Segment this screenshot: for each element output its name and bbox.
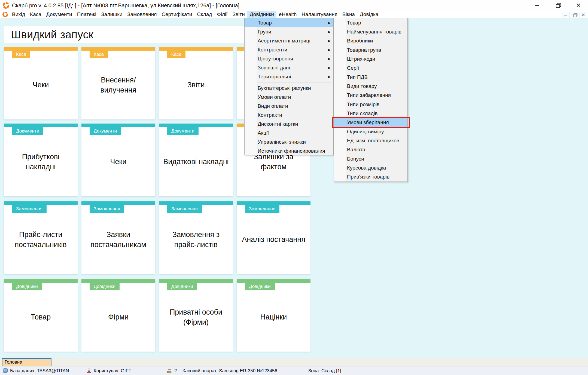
status-segment: База даних: TASA3@TITAN xyxy=(3,367,69,375)
submenu-item-найменування-товарів[interactable]: Найменування товарів xyxy=(334,27,407,36)
status-text: Користувач: GIFT xyxy=(94,368,131,374)
submenu-item-курсова-довідка[interactable]: Курсова довідка xyxy=(334,163,407,172)
launch-tile[interactable]: ДовідникиПриватні особи (Фірми) xyxy=(159,279,233,352)
launch-tile[interactable]: КасаВнесення/вилучення xyxy=(81,47,155,119)
mdi-minimize-button[interactable] xyxy=(562,12,569,18)
tile-label: Заявки постачальникам xyxy=(81,205,155,274)
user-icon xyxy=(87,368,92,374)
menubar-item-довідка[interactable]: Довідка xyxy=(357,11,381,18)
submenu-item-типи-розмірів[interactable]: Типи розмірів xyxy=(334,100,407,109)
menubar-item-замовлення[interactable]: Замовлення xyxy=(125,11,159,18)
launch-tile[interactable]: ДокументиВидаткові накладні xyxy=(159,124,233,196)
dropdown-menu-dovidnyky: Товар▶Групи▶Асортиментні матриці▶Контраг… xyxy=(244,18,334,155)
submenu-item-ед.-изм.-поставщиков[interactable]: Ед. изм. поставщиков xyxy=(334,136,407,145)
submenu-item-товарна-група[interactable]: Товарна група xyxy=(334,45,407,54)
tab-bar: Головна xyxy=(0,358,588,367)
submenu-item-типи-складів[interactable]: Типи складів xyxy=(334,109,407,118)
menu-item-зовнішні-дані[interactable]: Зовнішні дані▶ xyxy=(245,63,333,72)
close-button[interactable]: ✕ xyxy=(574,1,583,10)
tile-category-bar xyxy=(81,201,155,205)
menu-item-контракти[interactable]: Контракти xyxy=(245,110,333,119)
menu-item-контрагенти[interactable]: Контрагенти▶ xyxy=(245,45,333,54)
status-separator xyxy=(179,368,179,374)
tile-category-bar xyxy=(4,124,78,127)
status-separator xyxy=(305,368,305,374)
submenu-item-штрих-коди[interactable]: Штрих-коди xyxy=(334,54,407,63)
status-text: 2 xyxy=(174,368,177,374)
restore-button[interactable] xyxy=(554,1,562,10)
menubar-item-вікна[interactable]: Вікна xyxy=(340,11,357,18)
menu-separator xyxy=(245,81,333,84)
app-window: Скарб pro v. 4.0.2.85 [ІД: ] - [Апт №003… xyxy=(0,0,588,375)
tab-головна[interactable]: Головна xyxy=(2,358,51,366)
submenu-item-типи-забарвлення[interactable]: Типи забарвлення xyxy=(334,91,407,100)
launch-tile[interactable]: ЗамовленняПрайс-листи постачальників xyxy=(4,201,78,274)
status-text: База даних: TASA3@TITAN xyxy=(10,368,69,374)
submenu-item-виробники[interactable]: Виробники xyxy=(334,36,407,45)
mdi-restore-button[interactable] xyxy=(571,12,578,18)
status-segment: 2 xyxy=(167,367,177,375)
launch-tile[interactable]: ДовідникиНацінки xyxy=(237,279,310,352)
menu-item-територіальні[interactable]: Територіальні▶ xyxy=(245,72,333,81)
app-logo-icon xyxy=(3,2,9,9)
menu-item-управлінські-знижки[interactable]: Управлінські знижки xyxy=(245,137,333,146)
status-segment: Користувач: GIFT xyxy=(87,367,131,375)
submenu-item-валюта[interactable]: Валюта xyxy=(334,145,407,154)
submenu-item-тип-пдв[interactable]: Тип ПДВ xyxy=(334,73,407,82)
submenu-item-умови-зберігання[interactable]: Умови зберігання xyxy=(334,118,407,127)
menu-item-групи[interactable]: Групи▶ xyxy=(245,27,333,36)
menubar-item-ehealth[interactable]: eHealth xyxy=(276,11,299,18)
menubar-item-сертифікати[interactable]: Сертифікати xyxy=(159,11,195,18)
menu-item-умови-оплати[interactable]: Умови оплати xyxy=(245,93,333,102)
launch-tile[interactable]: ДокументиПрибуткові накладні xyxy=(4,124,78,196)
launch-tile[interactable]: КасаЧеки xyxy=(4,47,78,119)
menubar-item-залишки[interactable]: Залишки xyxy=(99,11,125,18)
menu-item-товар[interactable]: Товар▶ xyxy=(245,18,333,27)
menubar-item-довідники[interactable]: Довідники xyxy=(247,11,276,18)
submenu-item-серії[interactable]: Серії xyxy=(334,64,407,73)
launch-tile[interactable]: ЗамовленняЗаявки постачальникам xyxy=(81,201,155,274)
submenu-item-прив'язки-товарів[interactable]: Прив'язки товарів xyxy=(334,173,407,182)
submenu-arrow-icon: ▶ xyxy=(328,57,331,61)
tile-label: Замовлення з прайс-листів xyxy=(159,205,233,274)
mdi-close-button[interactable]: ✕ xyxy=(580,12,587,18)
menu-bar: ВихідКасаДокументиПлатежіЗалишкиЗамовлен… xyxy=(0,11,588,18)
launch-tile[interactable]: КасаЗвіти xyxy=(159,47,233,119)
menu-item-ціноутворення[interactable]: Ціноутворення▶ xyxy=(245,54,333,63)
submenu-item-види-товару[interactable]: Види товару xyxy=(334,82,407,91)
tile-label: Звіти xyxy=(159,51,233,119)
menubar-item-звіти[interactable]: Звіти xyxy=(230,11,247,18)
minimize-button[interactable] xyxy=(533,1,541,10)
menu-item-асортиментні-матриці[interactable]: Асортиментні матриці▶ xyxy=(245,36,333,45)
status-separator xyxy=(164,368,164,374)
menu-item-види-оплати[interactable]: Види оплати xyxy=(245,102,333,110)
menu-item-дисконтні-картки[interactable]: Дисконтні картки xyxy=(245,119,333,128)
menubar-item-філії[interactable]: Філії xyxy=(214,11,230,18)
tile-category-bar xyxy=(4,279,78,283)
launch-tile[interactable]: ДовідникиТовар xyxy=(4,279,78,352)
submenu-item-бонуси[interactable]: Бонуси xyxy=(334,154,407,163)
submenu-item-товар[interactable]: Товар xyxy=(334,18,407,27)
menu-item-акції[interactable]: Акції xyxy=(245,128,333,137)
launch-tile[interactable]: ДокументиЧеки xyxy=(81,124,155,196)
tile-label: Прибуткові накладні xyxy=(4,127,78,196)
menu-item-бухгалтерські-рахунки[interactable]: Бухгалтерські рахунки xyxy=(245,84,333,93)
submenu-item-одиниці-виміру[interactable]: Одиниці виміру xyxy=(334,127,407,136)
launch-tile[interactable]: ЗамовленняАналіз постачання xyxy=(237,201,310,274)
tile-label: Націнки xyxy=(237,283,310,352)
menu-item-источники-финансирования[interactable]: Источники финансирования xyxy=(245,146,333,155)
status-text: Касовий апарат: Samsung ER-350 №123456 xyxy=(182,368,277,374)
menubar-item-документи[interactable]: Документи xyxy=(44,11,75,18)
restore-icon xyxy=(573,14,576,16)
submenu-tovar: ТоварНайменування товарівВиробникиТоварн… xyxy=(334,18,408,182)
menubar-item-склад[interactable]: Склад xyxy=(194,11,214,18)
menubar-item-платежі[interactable]: Платежі xyxy=(75,11,99,18)
tile-category-bar xyxy=(81,47,155,51)
menubar-item-вихід[interactable]: Вихід xyxy=(10,11,28,18)
submenu-arrow-icon: ▶ xyxy=(328,48,331,52)
menubar-item-налаштування[interactable]: Налаштування xyxy=(299,11,340,18)
launch-tile[interactable]: ДовідникиФірми xyxy=(81,279,155,352)
menubar-item-каса[interactable]: Каса xyxy=(28,11,44,18)
launch-tile[interactable]: ЗамовленняЗамовлення з прайс-листів xyxy=(159,201,233,274)
close-icon: ✕ xyxy=(581,13,585,17)
